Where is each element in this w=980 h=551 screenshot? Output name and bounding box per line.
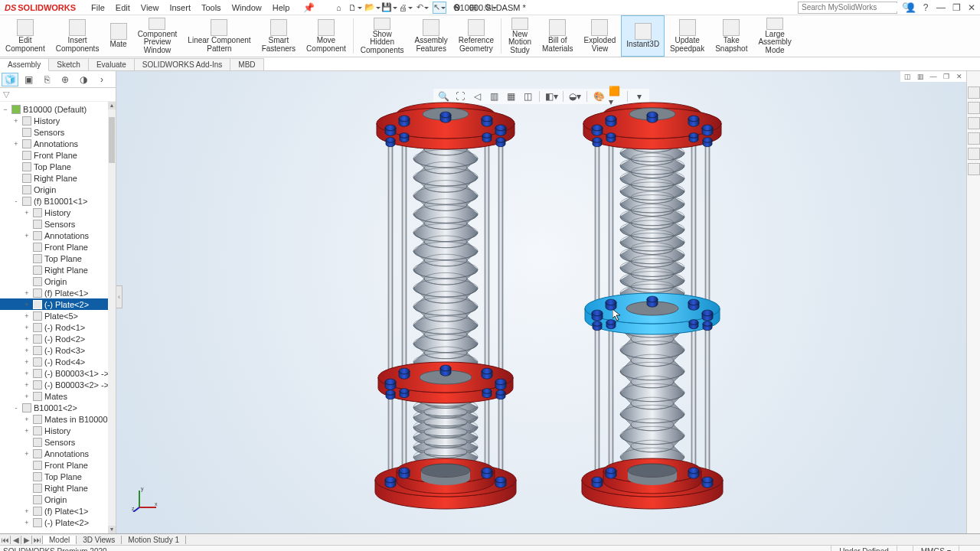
tree-node[interactable]: +(f) Plate<1>	[0, 505, 116, 517]
file-explorer-tab[interactable]	[968, 117, 980, 129]
tree-root[interactable]: −B10000 (Default)	[0, 103, 116, 115]
ribbon-exploded-view[interactable]: ExplodedView	[579, 15, 622, 57]
tree-scrollbar[interactable]: ▴ ▾	[108, 102, 116, 533]
tree-node[interactable]: +Mates	[0, 390, 116, 402]
tree-node[interactable]: +(-) B00003<1> ->	[0, 367, 116, 379]
tree-node[interactable]: +History	[0, 115, 116, 126]
ribbon-smart-fasteners[interactable]: SmartFasteners	[256, 15, 301, 57]
graphics-area[interactable]: 🔍 ⛶ ◁ ▥ ▦ ◫ ◧▾ ◒▾ 🎨 🟧▾ ▾ ◫ ▥ — ❐ ✕	[116, 71, 966, 533]
cmtab-assembly[interactable]: Assembly	[0, 58, 49, 71]
cmtab-solidworks-add-ins[interactable]: SOLIDWORKS Add-Ins	[134, 58, 230, 70]
scroll-thumb[interactable]	[109, 117, 115, 163]
menu-insert[interactable]: Insert	[165, 2, 195, 14]
tree-node[interactable]: Right Plane	[0, 264, 116, 276]
tree-node[interactable]: Top Plane	[0, 471, 116, 482]
tree-node[interactable]: Sensors	[0, 436, 116, 448]
tree-node[interactable]: Sensors	[0, 126, 116, 138]
tree-node[interactable]: +(-) Plate<2>	[0, 517, 116, 528]
search-box[interactable]: 🔍	[798, 2, 897, 14]
status-units[interactable]: MMGS ▾	[913, 546, 959, 551]
feature-tree[interactable]: −B10000 (Default)+HistorySensors+Annotat…	[0, 102, 116, 533]
window-restore-button[interactable]: ❐	[949, 2, 963, 14]
tree-node[interactable]: +History	[0, 425, 116, 436]
tree-node[interactable]: Front Plane	[0, 241, 116, 253]
tab-motion-study-1[interactable]: Motion Study 1	[122, 536, 186, 544]
tree-node[interactable]: -(f) B10001<1>	[0, 195, 116, 207]
view-palette-tab[interactable]	[968, 132, 980, 145]
tree-node[interactable]: Right Plane	[0, 482, 116, 494]
menu-view[interactable]: View	[136, 2, 164, 14]
print-button[interactable]: 🖨	[399, 2, 413, 14]
window-close-button[interactable]: ✕	[965, 2, 978, 14]
tree-node[interactable]: +(-) Rod<4>	[0, 356, 116, 367]
tree-node[interactable]: +Annotations	[0, 138, 116, 149]
tree-node[interactable]: +Mates in B10000	[0, 413, 116, 425]
tree-node[interactable]: Front Plane	[0, 149, 116, 161]
tree-node[interactable]: +Annotations	[0, 230, 116, 241]
undo-button[interactable]: ↶	[416, 2, 430, 14]
ribbon-reference-geometry[interactable]: ReferenceGeometry	[453, 15, 499, 57]
help-icon[interactable]: ?	[919, 2, 933, 14]
tree-node[interactable]: -B10001<2>	[0, 402, 116, 413]
tab-nav-next[interactable]: ▶	[21, 536, 32, 544]
ribbon-mate[interactable]: Mate	[104, 15, 132, 57]
tree-node[interactable]: +(-) Rod<3>	[0, 344, 116, 356]
tree-node[interactable]: +(-) Rod<2>	[0, 333, 116, 344]
tree-node[interactable]: Origin	[0, 184, 116, 195]
cmtab-mbd[interactable]: MBD	[230, 58, 263, 70]
ribbon-large-assembly-mode[interactable]: LargeAssemblyMode	[753, 15, 796, 57]
design-library-tab[interactable]	[968, 102, 980, 114]
ribbon-update-speedpak[interactable]: UpdateSpeedpak	[665, 15, 710, 57]
scroll-up-button[interactable]: ▴	[108, 102, 116, 109]
menu-window[interactable]: Window	[227, 2, 266, 14]
cmtab-evaluate[interactable]: Evaluate	[88, 58, 135, 70]
dimxpert-manager-tab[interactable]: ⊕	[57, 73, 74, 86]
new-doc-button[interactable]: 🗋	[348, 2, 362, 14]
ribbon-bill-of-materials[interactable]: Bill ofMaterials	[537, 15, 579, 57]
more-tabs-button[interactable]: ›	[93, 73, 110, 86]
scroll-down-button[interactable]: ▾	[108, 526, 116, 533]
ribbon-linear-component-pattern[interactable]: Linear ComponentPattern	[182, 15, 256, 57]
ribbon-edit-component[interactable]: EditComponent	[0, 15, 51, 57]
tab-model[interactable]: Model	[43, 536, 77, 544]
cmtab-sketch[interactable]: Sketch	[48, 58, 89, 70]
tree-node[interactable]: +(-) Rod<1>	[0, 321, 116, 333]
menu-file[interactable]: File	[87, 2, 109, 14]
feature-filter[interactable]: ▽	[0, 88, 116, 102]
ribbon-insert-components[interactable]: InsertComponents	[51, 15, 105, 57]
tree-node[interactable]: Origin	[0, 276, 116, 287]
login-icon[interactable]: 👤	[903, 2, 917, 14]
home-icon[interactable]: ⌂	[332, 2, 345, 14]
resources-tab[interactable]	[968, 86, 980, 99]
tree-node[interactable]: +(-) B00003<2> ->	[0, 379, 116, 390]
menu-edit[interactable]: Edit	[111, 2, 135, 14]
search-input[interactable]	[802, 3, 899, 11]
tree-node[interactable]: Front Plane	[0, 459, 116, 471]
ribbon-component-preview-window[interactable]: ComponentPreviewWindow	[132, 15, 183, 57]
tab-3d-views[interactable]: 3D Views	[77, 536, 122, 544]
menu-help[interactable]: Help	[268, 2, 295, 14]
tree-node[interactable]: Top Plane	[0, 253, 116, 264]
ribbon-show-hidden-components[interactable]: ShowHiddenComponents	[355, 15, 410, 57]
tree-node[interactable]: +Plate<5>	[0, 310, 116, 321]
display-manager-tab[interactable]: ◑	[75, 73, 92, 86]
tab-nav-last[interactable]: ⏭	[32, 536, 43, 544]
tree-node[interactable]: Right Plane	[0, 172, 116, 184]
ribbon-assembly-features[interactable]: AssemblyFeatures	[410, 15, 453, 57]
ribbon-take-snapshot[interactable]: TakeSnapshot	[710, 15, 753, 57]
tree-node[interactable]: +(-) Plate<2>	[0, 298, 116, 310]
panel-splitter[interactable]: ‹	[116, 285, 122, 308]
tab-nav-prev[interactable]: ◀	[11, 536, 21, 544]
ribbon-move-component[interactable]: MoveComponent	[301, 15, 351, 57]
ribbon-new-motion-study[interactable]: NewMotionStudy	[503, 15, 537, 57]
menu-tools[interactable]: Tools	[197, 2, 226, 14]
window-minimize-button[interactable]: —	[934, 2, 948, 14]
ribbon-instant3d[interactable]: Instant3D	[621, 15, 665, 57]
configuration-manager-tab[interactable]: ⎘	[38, 73, 55, 86]
property-manager-tab[interactable]: ▣	[20, 73, 37, 86]
appearances-tab[interactable]	[968, 148, 980, 160]
feature-manager-tab[interactable]: 🧊	[2, 73, 18, 86]
tree-node[interactable]: Origin	[0, 494, 116, 505]
open-doc-button[interactable]: 📂	[365, 2, 379, 14]
select-button[interactable]: ↖	[433, 2, 446, 14]
